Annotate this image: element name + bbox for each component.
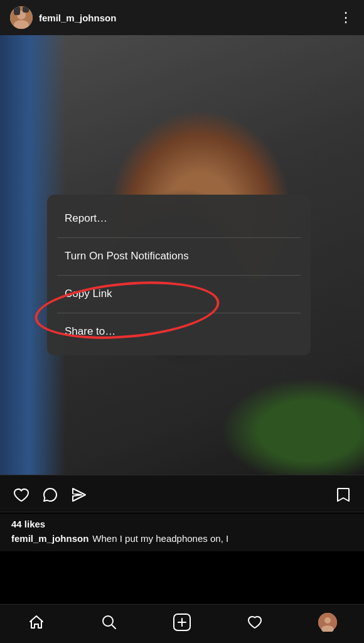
comment-icon[interactable]	[41, 484, 59, 503]
left-actions	[13, 484, 88, 503]
menu-item-share[interactable]: Share to…	[47, 313, 311, 350]
avatar[interactable]	[10, 6, 33, 29]
top-bar: femil_m_johnson ⋮	[0, 0, 364, 35]
username-label: femil_m_johnson	[39, 13, 116, 23]
post-info: 44 likes femil_m_johnsonWhen I put my he…	[0, 514, 364, 551]
nav-add[interactable]	[166, 608, 198, 636]
likes-count: 44 likes	[11, 519, 353, 529]
caption-text: When I put my headphones on, I	[92, 533, 228, 544]
bookmark-icon[interactable]	[335, 484, 351, 503]
share-icon[interactable]	[70, 484, 88, 503]
svg-marker-5	[73, 489, 85, 501]
svg-point-12	[324, 617, 331, 624]
nav-profile[interactable]	[312, 608, 343, 636]
caption: femil_m_johnsonWhen I put my headphones …	[11, 532, 353, 545]
svg-rect-4	[23, 6, 29, 13]
more-options-icon[interactable]: ⋮	[339, 9, 354, 26]
nav-search[interactable]	[94, 608, 125, 636]
svg-line-7	[112, 625, 115, 629]
caption-username[interactable]: femil_m_johnson	[11, 533, 88, 544]
nav-profile-avatar	[318, 613, 337, 632]
user-info: femil_m_johnson	[10, 6, 116, 29]
nav-activity[interactable]	[239, 608, 270, 636]
bottom-nav	[0, 604, 364, 643]
context-menu: Report… Turn On Post Notifications Copy …	[47, 195, 311, 355]
nav-home[interactable]	[21, 608, 52, 636]
svg-rect-3	[14, 6, 20, 15]
menu-item-copy-link[interactable]: Copy Link	[47, 275, 311, 313]
like-icon[interactable]	[13, 484, 30, 503]
menu-item-notifications[interactable]: Turn On Post Notifications	[47, 237, 311, 275]
post-actions-bar	[0, 475, 364, 512]
menu-item-report[interactable]: Report…	[47, 200, 311, 237]
